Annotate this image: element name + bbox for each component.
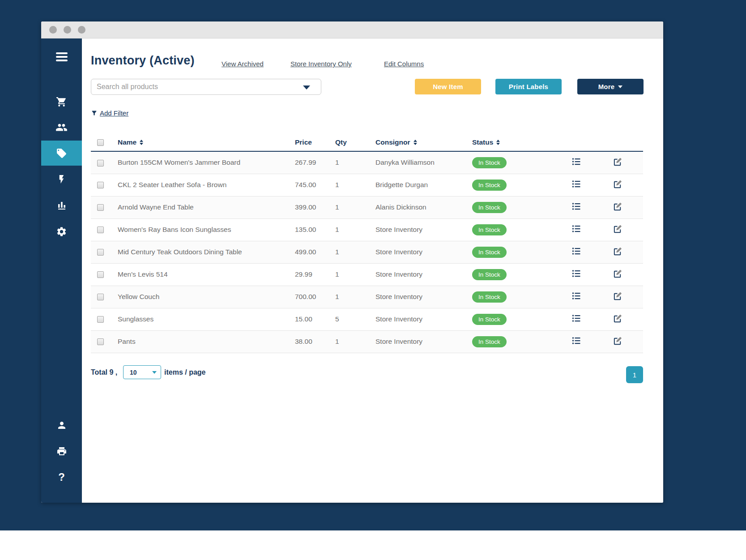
column-label: Name <box>118 138 136 146</box>
row-checkbox[interactable] <box>97 294 104 300</box>
row-price: 700.00 <box>295 293 316 300</box>
more-button[interactable]: More <box>577 79 644 94</box>
row-consignor: Store Inventory <box>375 338 422 345</box>
row-consignor: Store Inventory <box>375 315 422 323</box>
item-details-list-icon[interactable] <box>571 268 582 279</box>
item-details-list-icon[interactable] <box>571 179 582 189</box>
row-price: 38.00 <box>295 338 312 345</box>
question-mark-icon: ? <box>58 471 65 483</box>
hamburger-icon <box>56 52 68 61</box>
window-close-button[interactable] <box>49 26 57 34</box>
gear-icon <box>56 226 67 237</box>
item-details-list-icon[interactable] <box>571 246 582 256</box>
row-qty: 1 <box>335 181 339 188</box>
select-all-checkbox[interactable] <box>97 139 104 146</box>
table-row: Mid Century Teak Outdoors Dining Table 4… <box>91 241 643 263</box>
row-consignor: Store Inventory <box>375 226 422 233</box>
select-caret-icon <box>152 371 157 374</box>
row-consignor: Bridgette Durgan <box>375 181 428 188</box>
edit-item-icon[interactable] <box>613 201 623 212</box>
table-header-row: Name Price Qty Consignor <box>91 133 643 151</box>
item-details-list-icon[interactable] <box>571 156 582 167</box>
search-input[interactable] <box>91 79 321 94</box>
row-checkbox[interactable] <box>97 204 104 211</box>
column-header-status[interactable]: Status <box>472 133 561 151</box>
tag-icon <box>56 148 67 159</box>
pagination-page-1-button[interactable]: 1 <box>626 366 643 383</box>
sidebar-item-sales[interactable] <box>41 89 82 114</box>
user-icon <box>56 420 67 431</box>
window-minimize-button[interactable] <box>64 26 71 34</box>
print-labels-label: Print Labels <box>509 83 548 90</box>
item-details-list-icon[interactable] <box>571 291 582 301</box>
row-checkbox[interactable] <box>97 182 104 188</box>
sidebar-item-inventory[interactable] <box>41 141 82 166</box>
edit-item-icon[interactable] <box>613 246 623 256</box>
table-row: CKL 2 Seater Leather Sofa - Brown 745.00… <box>91 174 643 196</box>
sidebar-item-actions[interactable] <box>41 167 82 192</box>
search-box <box>91 79 321 95</box>
search-dropdown-caret-icon[interactable] <box>303 85 310 90</box>
column-header-consignor[interactable]: Consignor <box>375 133 472 151</box>
status-badge: In Stock <box>472 314 507 325</box>
edit-columns-link[interactable]: Edit Columns <box>384 60 424 68</box>
table-row: Men's Levis 514 29.99 1 Store Inventory … <box>91 263 643 286</box>
edit-item-icon[interactable] <box>613 313 623 324</box>
row-price: 745.00 <box>295 181 316 188</box>
row-consignor: Store Inventory <box>375 270 422 278</box>
item-details-list-icon[interactable] <box>571 335 582 346</box>
desktop-background: ? Inventory (Active) View Archived Store… <box>0 0 746 530</box>
row-price: 399.00 <box>295 203 316 211</box>
view-archived-link[interactable]: View Archived <box>222 60 264 68</box>
sidebar-item-help[interactable]: ? <box>41 465 82 490</box>
item-details-list-icon[interactable] <box>571 313 582 324</box>
app-window: ? Inventory (Active) View Archived Store… <box>41 21 663 503</box>
column-header-name[interactable]: Name <box>118 133 295 151</box>
sidebar-item-reports[interactable] <box>41 192 82 218</box>
status-badge: In Stock <box>472 202 507 213</box>
edit-item-icon[interactable] <box>613 291 623 301</box>
sidebar-item-print[interactable] <box>41 439 82 464</box>
row-qty: 5 <box>335 315 339 323</box>
row-checkbox[interactable] <box>97 271 104 278</box>
row-checkbox[interactable] <box>97 316 104 323</box>
row-qty: 1 <box>335 226 339 233</box>
edit-item-icon[interactable] <box>613 179 623 189</box>
row-checkbox[interactable] <box>97 160 104 167</box>
sidebar-item-customers[interactable] <box>41 115 82 140</box>
column-header-qty: Qty <box>335 133 375 151</box>
store-inventory-only-link[interactable]: Store Inventory Only <box>290 60 352 68</box>
edit-item-icon[interactable] <box>613 336 623 346</box>
edit-item-icon[interactable] <box>613 269 623 279</box>
row-name: Pants <box>118 338 136 345</box>
add-filter-button[interactable]: Add Filter <box>91 109 128 117</box>
row-qty: 1 <box>335 293 339 300</box>
sort-icon <box>496 140 500 145</box>
status-badge: In Stock <box>472 157 507 168</box>
row-qty: 1 <box>335 338 339 345</box>
page-size-select[interactable]: 10 <box>123 365 161 379</box>
window-maximize-button[interactable] <box>78 26 85 34</box>
new-item-button[interactable]: New Item <box>415 79 481 94</box>
edit-item-icon[interactable] <box>613 224 623 234</box>
status-badge: In Stock <box>472 224 507 235</box>
row-price: 29.99 <box>295 270 312 278</box>
table-row: Pants 38.00 1 Store Inventory In Stock <box>91 330 643 353</box>
edit-item-icon[interactable] <box>613 157 623 167</box>
row-price: 135.00 <box>295 226 316 233</box>
row-name: Sunglasses <box>118 315 153 323</box>
row-name: Yellow Couch <box>118 293 159 300</box>
item-details-list-icon[interactable] <box>571 223 582 234</box>
item-details-list-icon[interactable] <box>571 201 582 212</box>
sidebar-item-account[interactable] <box>41 413 82 438</box>
row-name: Arnold Wayne End Table <box>118 203 194 211</box>
row-checkbox[interactable] <box>97 227 104 233</box>
cart-icon <box>56 96 67 107</box>
row-checkbox[interactable] <box>97 249 104 256</box>
sidebar-item-settings[interactable] <box>41 219 82 244</box>
hamburger-menu-icon[interactable] <box>41 44 82 69</box>
page-title: Inventory (Active) <box>91 54 195 68</box>
sort-icon <box>413 140 417 145</box>
row-checkbox[interactable] <box>97 338 104 345</box>
print-labels-button[interactable]: Print Labels <box>495 79 562 94</box>
